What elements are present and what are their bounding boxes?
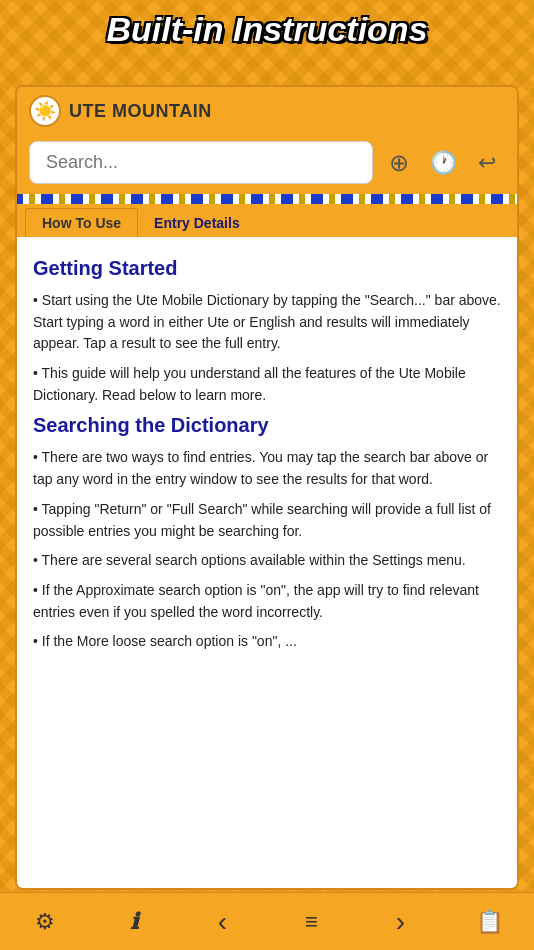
tabs-row: How To Use Entry Details [17,204,517,237]
app-container: ☀️ UTE MOUNTAIN ⊕ 🕐 ↩ How To Use Entry D… [15,85,519,890]
section-getting-started: Getting Started • Start using the Ute Mo… [33,257,501,406]
getting-started-para-1: • Start using the Ute Mobile Dictionary … [33,290,501,355]
searching-para-3: • There are several search options avail… [33,550,501,572]
getting-started-para-2: • This guide will help you understand al… [33,363,501,406]
section-title-searching: Searching the Dictionary [33,414,501,437]
history-icon: 🕐 [430,150,457,176]
info-button[interactable]: ℹ [112,900,156,944]
settings-button[interactable]: ⚙ [23,900,67,944]
tab-how-to-use[interactable]: How To Use [25,208,138,237]
page-title: Built-in Instructions [0,10,534,49]
hamburger-icon: ≡ [305,909,318,935]
zoom-icon-button[interactable]: ⊕ [381,145,417,181]
back-icon-button[interactable]: ↩ [469,145,505,181]
tab-entry-details[interactable]: Entry Details [138,209,256,237]
title-bar: ☀️ UTE MOUNTAIN [17,87,517,135]
forward-button[interactable]: › [379,900,423,944]
bottom-toolbar: ⚙ ℹ ‹ ≡ › 📋 [0,892,534,950]
searching-para-2: • Tapping "Return" or "Full Search" whil… [33,499,501,542]
chevron-left-icon: ‹ [218,906,227,938]
settings-icon: ⚙ [35,909,55,935]
chevron-right-icon: › [396,906,405,938]
clipboard-icon: 📋 [476,909,503,935]
clipboard-button[interactable]: 📋 [468,900,512,944]
back-arrow-icon: ↩ [478,150,496,176]
menu-button[interactable]: ≡ [290,900,334,944]
section-searching: Searching the Dictionary • There are two… [33,414,501,653]
zoom-icon: ⊕ [389,149,409,177]
app-name: UTE MOUNTAIN [69,101,212,122]
history-icon-button[interactable]: 🕐 [425,145,461,181]
info-icon: ℹ [130,909,138,935]
back-button[interactable]: ‹ [201,900,245,944]
nav-pattern-bar [17,194,517,204]
search-input[interactable] [29,141,373,184]
search-row: ⊕ 🕐 ↩ [17,135,517,194]
section-title-getting-started: Getting Started [33,257,501,280]
searching-para-1: • There are two ways to find entries. Yo… [33,447,501,490]
searching-para-5: • If the More loose search option is "on… [33,631,501,653]
searching-para-4: • If the Approximate search option is "o… [33,580,501,623]
content-area: Getting Started • Start using the Ute Mo… [17,237,517,888]
app-logo: ☀️ [29,95,61,127]
